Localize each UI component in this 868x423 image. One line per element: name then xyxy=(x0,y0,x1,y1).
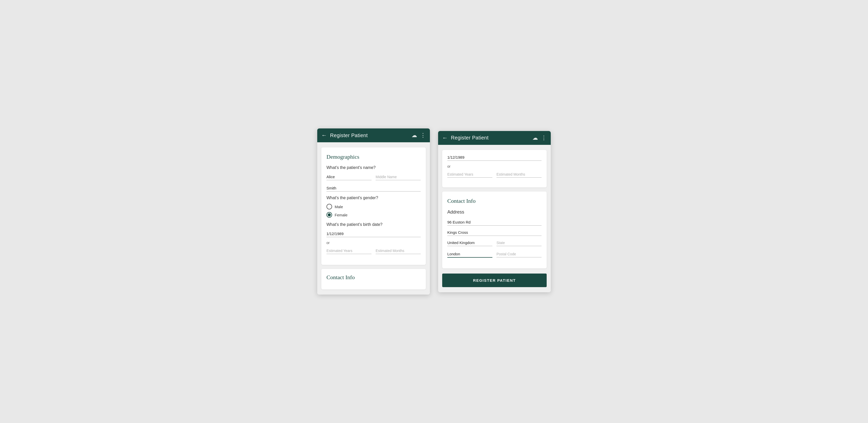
state-group xyxy=(496,239,541,246)
right-birthdate-input[interactable] xyxy=(447,154,541,161)
city-postal-row xyxy=(447,251,541,261)
right-scroll-area: or Contact Info Address xyxy=(438,145,551,292)
gender-radio-group: Male Female xyxy=(327,204,421,218)
left-app-title: Register Patient xyxy=(330,133,408,138)
left-more-icon[interactable]: ⋮ xyxy=(420,132,426,139)
left-phone: ← Register Patient ☁ ⋮ Demographics What… xyxy=(317,129,430,294)
middle-name-input[interactable] xyxy=(376,174,421,180)
contact-info-partial-card: Contact Info xyxy=(321,269,426,289)
first-name-group xyxy=(327,174,372,180)
est-years-input[interactable] xyxy=(327,247,372,254)
est-months-input[interactable] xyxy=(376,247,421,254)
demographics-title: Demographics xyxy=(327,153,421,160)
left-scroll-area: Demographics What's the patient's name? … xyxy=(317,142,430,294)
city2-group xyxy=(447,229,541,236)
contact-info-title: Contact Info xyxy=(447,198,541,204)
city-group xyxy=(447,251,492,258)
right-phone: ← Register Patient ☁ ⋮ or Contact Info xyxy=(438,131,551,292)
first-name-input[interactable] xyxy=(327,174,372,180)
country-group xyxy=(447,239,492,246)
left-app-bar: ← Register Patient ☁ ⋮ xyxy=(317,129,430,142)
contact-info-partial-title: Contact Info xyxy=(327,274,421,281)
estimated-row xyxy=(327,247,421,258)
est-months-group xyxy=(376,247,421,254)
right-birthdate-group xyxy=(447,154,541,161)
birthdate-group xyxy=(327,230,421,237)
est-years-group xyxy=(327,247,372,254)
middle-name-group xyxy=(376,174,421,180)
left-back-button[interactable]: ← xyxy=(321,132,327,139)
male-radio-circle xyxy=(327,204,332,209)
demographics-card: Demographics What's the patient's name? … xyxy=(321,147,426,265)
female-radio-dot xyxy=(328,213,331,216)
right-est-months-group xyxy=(496,171,541,178)
name-row-top xyxy=(327,174,421,184)
birthdate-input[interactable] xyxy=(327,230,421,237)
right-estimated-row xyxy=(447,171,541,181)
female-label: Female xyxy=(335,213,347,217)
right-or-text: or xyxy=(447,164,541,168)
last-name-input[interactable] xyxy=(327,185,421,192)
gender-female-option[interactable]: Female xyxy=(327,212,421,218)
country-input[interactable] xyxy=(447,239,492,246)
contact-info-card: Contact Info Address xyxy=(442,192,547,269)
birthdate-question: What's the patient's birth date? xyxy=(327,222,421,227)
gender-question: What's the patient's gender? xyxy=(327,196,421,200)
right-app-title: Register Patient xyxy=(451,135,529,141)
postal-group xyxy=(496,251,541,258)
register-patient-button[interactable]: REGISTER PATIENT xyxy=(442,274,547,287)
top-partial-card: or xyxy=(442,150,547,188)
right-est-months-input[interactable] xyxy=(496,171,541,178)
right-est-years-group xyxy=(447,171,492,178)
female-radio-circle xyxy=(327,212,332,218)
right-cloud-icon[interactable]: ☁ xyxy=(532,135,538,141)
street-input[interactable] xyxy=(447,219,541,226)
left-cloud-icon[interactable]: ☁ xyxy=(411,132,417,139)
city-input[interactable] xyxy=(447,251,492,258)
postal-input[interactable] xyxy=(496,251,541,257)
country-state-row xyxy=(447,239,541,250)
state-input[interactable] xyxy=(496,239,541,246)
right-more-icon[interactable]: ⋮ xyxy=(541,135,547,141)
address-label: Address xyxy=(447,209,541,215)
or-text-left: or xyxy=(327,241,421,245)
city2-input[interactable] xyxy=(447,229,541,236)
right-back-button[interactable]: ← xyxy=(442,135,448,141)
right-app-bar: ← Register Patient ☁ ⋮ xyxy=(438,131,551,145)
last-name-group xyxy=(327,185,421,192)
gender-male-option[interactable]: Male xyxy=(327,204,421,209)
male-label: Male xyxy=(335,204,343,209)
name-question: What's the patient's name? xyxy=(327,165,421,170)
right-est-years-input[interactable] xyxy=(447,171,492,178)
street-group xyxy=(447,219,541,226)
